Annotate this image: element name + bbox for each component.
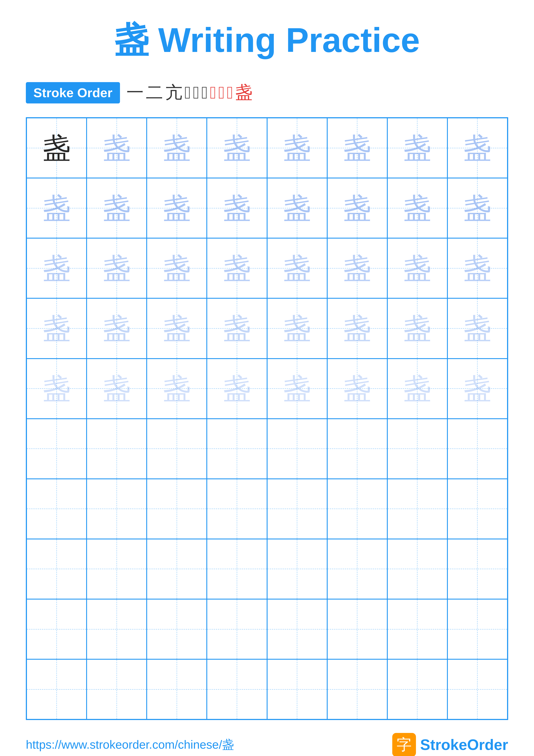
- practice-char: 盏: [343, 375, 371, 403]
- grid-cell[interactable]: [27, 599, 87, 659]
- page: 盏 Writing Practice Stroke Order 一 二 亢 𠄌 …: [0, 0, 534, 756]
- grid-cell[interactable]: [87, 539, 147, 599]
- grid-row-1: 盏 盏 盏 盏 盏 盏 盏 盏: [27, 118, 507, 178]
- grid-cell[interactable]: [27, 419, 87, 479]
- practice-char: 盏: [343, 134, 371, 162]
- grid-cell[interactable]: 盏: [267, 298, 327, 358]
- grid-cell[interactable]: 盏: [327, 238, 387, 298]
- practice-char: 盏: [283, 194, 311, 222]
- grid-cell[interactable]: 盏: [327, 359, 387, 419]
- grid-cell[interactable]: [267, 599, 327, 659]
- grid-cell[interactable]: [87, 419, 147, 479]
- grid-cell[interactable]: [267, 479, 327, 539]
- grid-cell[interactable]: 盏: [87, 298, 147, 358]
- practice-char: 盏: [103, 194, 131, 222]
- grid-cell[interactable]: 盏: [147, 178, 207, 238]
- grid-cell[interactable]: 盏: [207, 298, 267, 358]
- grid-cell[interactable]: 盏: [147, 118, 207, 178]
- grid-cell[interactable]: 盏: [87, 178, 147, 238]
- grid-cell[interactable]: 盏: [207, 238, 267, 298]
- grid-cell[interactable]: [147, 659, 207, 719]
- grid-cell[interactable]: [267, 419, 327, 479]
- grid-cell[interactable]: 盏: [387, 238, 447, 298]
- grid-cell[interactable]: 盏: [447, 298, 507, 358]
- practice-char: 盏: [103, 375, 131, 403]
- footer-url[interactable]: https://www.strokeorder.com/chinese/盏: [26, 737, 234, 753]
- grid-cell[interactable]: [87, 599, 147, 659]
- grid-cell[interactable]: [207, 659, 267, 719]
- grid-cell[interactable]: 盏: [147, 359, 207, 419]
- grid-cell[interactable]: 盏: [87, 238, 147, 298]
- grid-cell[interactable]: [27, 479, 87, 539]
- grid-cell[interactable]: [267, 659, 327, 719]
- grid-cell[interactable]: [447, 419, 507, 479]
- grid-cell[interactable]: 盏: [387, 178, 447, 238]
- practice-char: 盏: [403, 254, 431, 282]
- footer-logo-text-order: Order: [467, 736, 508, 753]
- grid-cell[interactable]: 盏: [207, 178, 267, 238]
- grid-cell[interactable]: 盏: [387, 118, 447, 178]
- grid-cell[interactable]: 盏: [207, 359, 267, 419]
- grid-cell[interactable]: 盏: [87, 359, 147, 419]
- grid-cell[interactable]: [447, 659, 507, 719]
- grid-cell[interactable]: 盏: [327, 178, 387, 238]
- practice-grid: 盏 盏 盏 盏 盏 盏 盏 盏: [26, 117, 508, 720]
- grid-cell[interactable]: [327, 419, 387, 479]
- grid-cell[interactable]: [147, 479, 207, 539]
- grid-cell[interactable]: 盏: [27, 118, 87, 178]
- grid-cell[interactable]: 盏: [147, 298, 207, 358]
- grid-cell[interactable]: [327, 599, 387, 659]
- practice-char: 盏: [223, 254, 251, 282]
- grid-cell[interactable]: 盏: [447, 359, 507, 419]
- grid-cell[interactable]: 盏: [267, 178, 327, 238]
- grid-cell[interactable]: [147, 419, 207, 479]
- grid-cell[interactable]: [207, 599, 267, 659]
- grid-cell[interactable]: [147, 599, 207, 659]
- logo-char: 字: [396, 735, 412, 755]
- grid-cell[interactable]: [387, 479, 447, 539]
- grid-cell[interactable]: [327, 659, 387, 719]
- grid-cell[interactable]: [387, 419, 447, 479]
- stroke-1: 一: [126, 81, 144, 104]
- grid-cell[interactable]: 盏: [27, 178, 87, 238]
- grid-cell[interactable]: 盏: [447, 238, 507, 298]
- grid-cell[interactable]: 盏: [27, 298, 87, 358]
- grid-cell[interactable]: [27, 539, 87, 599]
- grid-cell[interactable]: 盏: [267, 238, 327, 298]
- grid-cell[interactable]: 盏: [267, 118, 327, 178]
- grid-cell[interactable]: [387, 599, 447, 659]
- stroke-6: 𠄏: [201, 83, 208, 103]
- grid-cell[interactable]: 盏: [447, 118, 507, 178]
- grid-cell[interactable]: [447, 539, 507, 599]
- grid-cell[interactable]: [207, 539, 267, 599]
- grid-cell[interactable]: [27, 659, 87, 719]
- grid-cell[interactable]: [327, 479, 387, 539]
- grid-cell[interactable]: [447, 599, 507, 659]
- grid-cell[interactable]: 盏: [267, 359, 327, 419]
- grid-cell[interactable]: 盏: [327, 298, 387, 358]
- grid-cell[interactable]: 盏: [207, 118, 267, 178]
- grid-cell[interactable]: [267, 539, 327, 599]
- grid-cell[interactable]: 盏: [87, 118, 147, 178]
- grid-cell[interactable]: 盏: [447, 178, 507, 238]
- practice-char: 盏: [103, 134, 131, 162]
- footer: https://www.strokeorder.com/chinese/盏 字 …: [26, 720, 508, 756]
- grid-cell[interactable]: [387, 659, 447, 719]
- grid-cell[interactable]: 盏: [387, 359, 447, 419]
- grid-cell[interactable]: 盏: [27, 359, 87, 419]
- stroke-4: 𠄌: [185, 83, 191, 103]
- grid-cell[interactable]: [207, 479, 267, 539]
- grid-row-3: 盏 盏 盏 盏 盏 盏 盏 盏: [27, 238, 507, 298]
- grid-cell[interactable]: [387, 539, 447, 599]
- grid-cell[interactable]: 盏: [27, 238, 87, 298]
- grid-cell[interactable]: [327, 539, 387, 599]
- grid-cell[interactable]: 盏: [387, 298, 447, 358]
- title-text: Writing Practice: [158, 21, 420, 59]
- grid-cell[interactable]: 盏: [147, 238, 207, 298]
- grid-cell[interactable]: 盏: [327, 118, 387, 178]
- grid-cell[interactable]: [207, 419, 267, 479]
- grid-cell[interactable]: [147, 539, 207, 599]
- grid-cell[interactable]: [87, 479, 147, 539]
- grid-cell[interactable]: [87, 659, 147, 719]
- grid-cell[interactable]: [447, 479, 507, 539]
